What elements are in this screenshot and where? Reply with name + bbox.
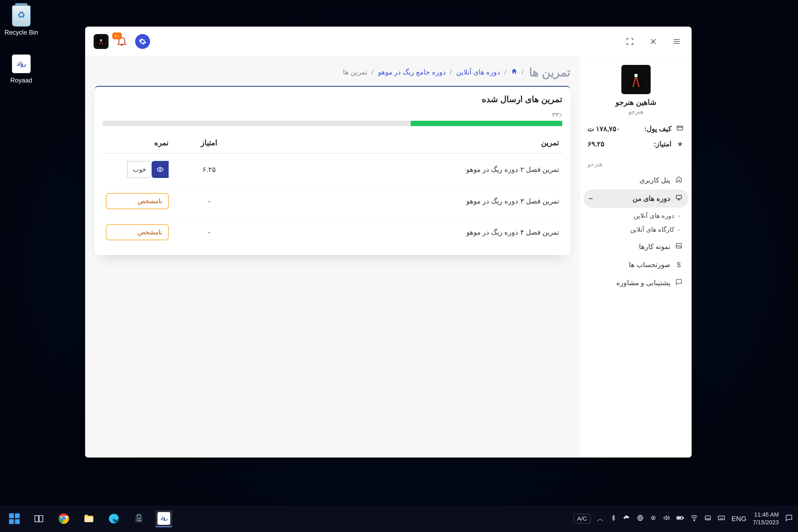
system-tray: A/C ︿ ENG 11:45 AM 7/1 bbox=[568, 511, 798, 526]
card-title: تمرین های ارسال شده bbox=[103, 94, 562, 104]
language-indicator[interactable]: ENG bbox=[732, 515, 746, 523]
exercise-name: تمرین فصل ۲ دوره ریگ در موهو bbox=[246, 153, 562, 186]
table-row: تمرین فصل ۲ دوره ریگ در موهو۶.۲۵خوب bbox=[103, 153, 562, 186]
menu-portfolio-label: نمونه کارها bbox=[639, 243, 670, 251]
exercise-points: - bbox=[172, 186, 246, 217]
wifi-icon[interactable] bbox=[690, 514, 698, 524]
royaad-shortcut[interactable]: رؤاد Royaad bbox=[3, 53, 40, 84]
exercise-grade-cell: نامشخص bbox=[103, 186, 172, 217]
submenu-online-workshops[interactable]: ‹ کارگاه های آنلاین bbox=[587, 223, 685, 236]
monitor-icon bbox=[674, 194, 683, 203]
exercise-grade-cell: خوب bbox=[103, 153, 172, 186]
recycle-bin-label: Recycle Bin bbox=[3, 29, 40, 36]
profile-avatar[interactable] bbox=[621, 65, 651, 94]
exercise-name: تمرین فصل ۳ دوره ریگ در موهو bbox=[246, 186, 562, 217]
table-row: تمرین فصل ۴ دوره ریگ در موهو-نامشخص bbox=[103, 217, 562, 248]
svg-rect-16 bbox=[137, 520, 138, 521]
clock-time: 11:45 AM bbox=[753, 511, 779, 519]
fullscreen-button[interactable] bbox=[624, 35, 636, 48]
touchpad-icon[interactable] bbox=[704, 514, 711, 523]
svg-rect-13 bbox=[135, 517, 142, 522]
points-label: امتیاز: bbox=[653, 140, 671, 148]
svg-rect-14 bbox=[137, 518, 138, 519]
taskbar: رؤاد A/C ︿ ENG bbox=[0, 506, 798, 532]
menu-my-courses-label: دوره های من bbox=[632, 194, 670, 203]
dollar-icon: $ bbox=[674, 261, 683, 269]
ms-store-button[interactable] bbox=[130, 510, 147, 527]
app-window: ۱۰ bbox=[85, 26, 691, 457]
svg-rect-26 bbox=[718, 516, 724, 520]
action-center-icon[interactable] bbox=[785, 514, 793, 524]
volume-icon[interactable] bbox=[663, 514, 670, 523]
notification-badge: ۱۰ bbox=[112, 33, 122, 39]
chrome-button[interactable] bbox=[55, 510, 72, 527]
svg-rect-0 bbox=[96, 37, 106, 46]
submenu-online-workshops-label: کارگاه های آنلاین bbox=[630, 226, 674, 233]
points-row: ★ امتیاز: ۶۹.۲۵ bbox=[588, 140, 684, 148]
svg-rect-1 bbox=[100, 39, 102, 41]
points-value: ۶۹.۲۵ bbox=[588, 140, 604, 148]
gear-icon bbox=[138, 38, 147, 45]
menu-invoices[interactable]: $ صورتحساب ها bbox=[583, 256, 688, 274]
hamburger-icon bbox=[673, 38, 681, 45]
menu-portfolio[interactable]: نمونه کارها bbox=[583, 238, 688, 256]
menu-dashboard[interactable]: پنل کاربری bbox=[583, 171, 688, 189]
submenu-online-courses[interactable]: ‹ دوره های آنلاین bbox=[587, 209, 685, 223]
royaad-icon: رؤاد bbox=[157, 512, 170, 525]
grade-pill: نامشخص bbox=[106, 193, 169, 209]
profile-role: هنرجو bbox=[587, 108, 685, 115]
svg-point-24 bbox=[694, 520, 695, 521]
menu-support[interactable]: پشتیبانی و مشاوره bbox=[583, 274, 688, 292]
view-exercise-button[interactable] bbox=[152, 161, 169, 178]
menu-my-courses[interactable]: دوره های من − bbox=[583, 189, 688, 208]
royaad-taskbar-button[interactable]: رؤاد bbox=[155, 510, 172, 527]
svg-rect-9 bbox=[39, 515, 43, 521]
main-content: تمرین ها / / دوره های آنلاین / دوره جامع… bbox=[85, 56, 580, 457]
file-explorer-button[interactable] bbox=[80, 510, 97, 527]
svg-rect-17 bbox=[139, 520, 141, 521]
onedrive-icon[interactable] bbox=[623, 514, 630, 524]
image-icon bbox=[674, 242, 683, 251]
breadcrumb-online-courses[interactable]: دوره های آنلاین bbox=[456, 68, 500, 76]
folder-icon bbox=[83, 513, 95, 525]
breadcrumb-home[interactable] bbox=[511, 68, 518, 77]
fullscreen-icon bbox=[626, 38, 634, 45]
menu-button[interactable] bbox=[670, 35, 683, 48]
task-view-button[interactable] bbox=[30, 510, 48, 527]
notifications-button[interactable]: ۱۰ bbox=[116, 35, 128, 48]
page-title: تمرین ها bbox=[529, 65, 570, 79]
network-icon[interactable] bbox=[637, 514, 644, 523]
close-button[interactable] bbox=[647, 35, 660, 48]
svg-rect-5 bbox=[676, 195, 682, 199]
edge-button[interactable] bbox=[105, 510, 122, 527]
wallet-row: کیف پول: ۱۷۸,۷۵۰ ت bbox=[588, 124, 684, 134]
svg-rect-22 bbox=[683, 517, 684, 518]
battery-icon[interactable] bbox=[676, 514, 684, 524]
recycle-bin-icon bbox=[12, 5, 31, 26]
clock[interactable]: 11:45 AM 7/15/2023 bbox=[753, 511, 779, 526]
exercises-card: تمرین های ارسال شده ۳۳٪ تمرین امتیاز bbox=[95, 86, 570, 255]
recycle-bin[interactable]: Recycle Bin bbox=[3, 5, 40, 36]
menu-invoices-label: صورتحساب ها bbox=[629, 261, 670, 269]
task-view-icon bbox=[34, 513, 44, 524]
exercise-name: تمرین فصل ۴ دوره ریگ در موهو bbox=[246, 217, 562, 248]
minus-icon: − bbox=[589, 194, 593, 203]
start-button[interactable] bbox=[6, 511, 22, 527]
svg-rect-23 bbox=[678, 517, 681, 518]
location-icon[interactable] bbox=[650, 515, 657, 523]
sidebar-section-label: هنرجو bbox=[580, 159, 691, 171]
wallet-icon bbox=[676, 124, 684, 134]
exercise-grade-cell: نامشخص bbox=[103, 217, 172, 248]
col-grade: نمره bbox=[103, 132, 172, 153]
tray-chevron-up-icon[interactable]: ︿ bbox=[597, 514, 604, 524]
topbar-avatar[interactable] bbox=[94, 34, 109, 49]
breadcrumb-course[interactable]: دوره جامع ریگ در موهو bbox=[378, 68, 446, 76]
close-icon bbox=[650, 38, 657, 45]
settings-button[interactable] bbox=[135, 34, 150, 49]
ac-indicator[interactable]: A/C bbox=[574, 514, 590, 524]
chrome-icon bbox=[58, 513, 70, 524]
keyboard-icon[interactable] bbox=[718, 514, 725, 524]
bluetooth-icon[interactable] bbox=[610, 515, 616, 523]
exercise-points: - bbox=[172, 217, 246, 248]
col-points: امتیاز bbox=[172, 132, 246, 153]
